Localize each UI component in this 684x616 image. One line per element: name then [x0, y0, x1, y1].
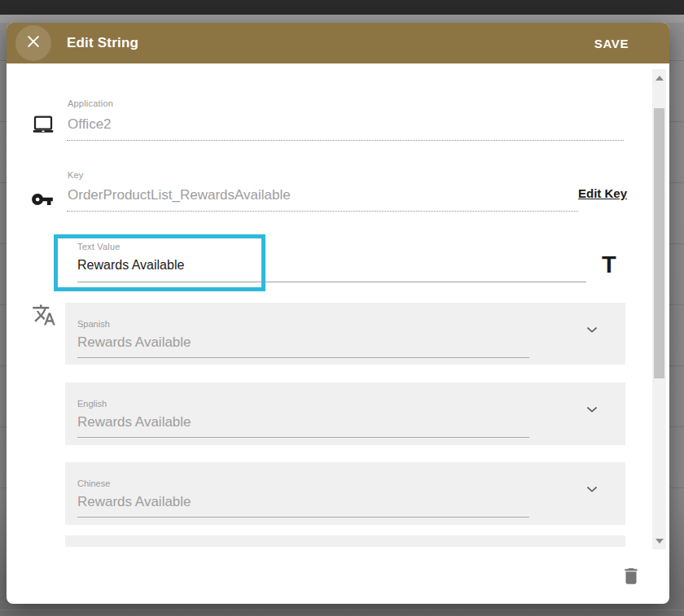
translation-input-chinese[interactable]: Rewards Available [77, 494, 191, 510]
key-field: OrderProductList_RewardsAvailable [68, 187, 291, 203]
key-label: Key [68, 170, 84, 180]
key-icon [30, 188, 55, 214]
text-value-input[interactable]: Rewards Available [77, 258, 184, 273]
translation-input-spanish[interactable]: Rewards Available [77, 334, 191, 351]
translate-icon [32, 303, 56, 330]
background-top-bar [0, 0, 684, 15]
translation-section-partial [65, 535, 625, 547]
dialog-title: Edit String [67, 35, 138, 51]
application-underline [67, 140, 624, 141]
key-underline [67, 211, 578, 212]
text-value-underline [77, 282, 586, 282]
delete-button[interactable] [616, 561, 647, 592]
laptop-icon [31, 112, 55, 140]
language-label: English [77, 399, 107, 408]
close-icon [25, 33, 42, 53]
background-sub-bar [0, 15, 684, 23]
chevron-down-icon[interactable] [583, 480, 601, 501]
dialog-scrollbar[interactable] [652, 69, 666, 549]
language-label: Spanish [77, 319, 110, 329]
translation-underline [77, 517, 529, 518]
translation-section-english: English Rewards Available [65, 382, 625, 445]
text-format-icon[interactable]: T [602, 253, 616, 277]
scroll-down-arrow[interactable] [652, 534, 666, 548]
language-label: Chinese [77, 478, 110, 488]
close-button[interactable] [15, 25, 51, 61]
scrollbar-thumb[interactable] [654, 108, 664, 378]
scroll-up-arrow[interactable] [652, 71, 666, 85]
translation-section-chinese: Chinese Rewards Available [65, 462, 625, 525]
text-value-label: Text Value [77, 242, 121, 251]
translation-underline [77, 437, 529, 438]
chevron-down-icon[interactable] [583, 321, 601, 342]
translation-section-spanish: Spanish Rewards Available [65, 303, 625, 365]
trash-icon [620, 566, 642, 589]
edit-string-dialog: Edit String SAVE Application Office2 Key… [7, 23, 669, 604]
chevron-down-icon[interactable] [583, 400, 601, 422]
application-field: Office2 [68, 116, 112, 133]
translation-underline [77, 357, 529, 358]
translation-input-english[interactable]: Rewards Available [77, 414, 191, 430]
dialog-header: Edit String SAVE [7, 23, 669, 63]
application-label: Application [68, 98, 113, 108]
edit-key-link[interactable]: Edit Key [578, 186, 627, 200]
save-button[interactable]: SAVE [594, 37, 629, 50]
